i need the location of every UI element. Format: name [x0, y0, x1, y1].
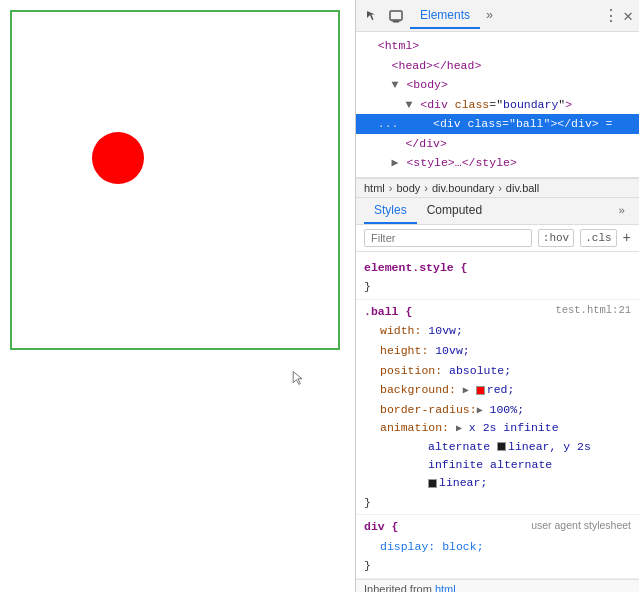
css-rule-div: div { user agent stylesheet display: blo… [356, 515, 639, 579]
breadcrumb: html › body › div.boundary › div.ball [356, 178, 639, 198]
tab-computed[interactable]: Computed [417, 198, 492, 224]
dom-line-ball[interactable]: ... <div class="ball"></div> = [356, 114, 639, 134]
css-prop-animation[interactable]: animation: ▶ x 2s infinite alternate lin… [364, 419, 631, 493]
color-swatch-linear2[interactable] [428, 479, 437, 488]
filter-input[interactable] [364, 229, 532, 247]
add-style-button[interactable]: + [623, 230, 631, 246]
breadcrumb-body[interactable]: body [396, 182, 420, 194]
devtools-toolbar: Elements » ⋮ ✕ [356, 0, 639, 32]
tab-styles[interactable]: Styles [364, 198, 417, 224]
breadcrumb-html[interactable]: html [364, 182, 385, 194]
color-swatch-linear1[interactable] [497, 442, 506, 451]
css-prop-display[interactable]: display: block; [364, 537, 631, 557]
preview-panel [0, 0, 355, 592]
css-prop-height[interactable]: height: 10vw; [364, 341, 631, 361]
dom-line-boundary[interactable]: ▼ <div class="boundary"> [356, 95, 639, 115]
css-selector-ball-line: .ball { test.html:21 [364, 302, 631, 322]
cursor-icon [290, 370, 306, 386]
inherited-from-html-link[interactable]: html [435, 583, 456, 592]
css-ball-close-brace: } [364, 493, 631, 513]
css-prop-border-radius[interactable]: border-radius:▶ 100%; [364, 400, 631, 420]
css-selector-element-style: element.style { [364, 258, 631, 278]
css-prop-position[interactable]: position: absolute; [364, 361, 631, 381]
css-prop-width[interactable]: width: 10vw; [364, 321, 631, 341]
more-style-tabs-icon[interactable]: » [612, 200, 631, 222]
device-icon[interactable] [386, 6, 406, 26]
dom-line-style[interactable]: ▶ <style>…</style> [356, 153, 639, 173]
breadcrumb-div-ball[interactable]: div.ball [506, 182, 539, 194]
css-close-brace-element-style: } [364, 277, 631, 297]
dom-line-div-close[interactable]: </div> [356, 134, 639, 154]
boundary-box [10, 10, 340, 350]
more-options-icon[interactable]: ⋮ [603, 6, 619, 26]
css-div-close-brace: } [364, 556, 631, 576]
css-rule-element-style: element.style { } [356, 256, 639, 300]
devtools-panel: Elements » ⋮ ✕ <html> <head></head> ▼ <b… [355, 0, 639, 592]
styles-computed-tabs: Styles Computed » [356, 198, 639, 225]
svg-rect-0 [390, 11, 402, 20]
filter-bar: :hov .cls + [356, 225, 639, 252]
breadcrumb-div-boundary[interactable]: div.boundary [432, 182, 494, 194]
ball [92, 132, 144, 184]
css-selector-div-line: div { user agent stylesheet [364, 517, 631, 537]
dom-line-body[interactable]: ▼ <body> [356, 75, 639, 95]
css-rule-ball: .ball { test.html:21 width: 10vw; height… [356, 300, 639, 515]
close-devtools-icon[interactable]: ✕ [623, 6, 633, 26]
cls-filter-button[interactable]: .cls [580, 229, 616, 247]
inspector-icon[interactable] [362, 6, 382, 26]
dom-line-html[interactable]: <html> [356, 36, 639, 56]
color-swatch-red[interactable] [476, 386, 485, 395]
tab-elements[interactable]: Elements [410, 3, 480, 29]
css-rules-panel: element.style { } .ball { test.html:21 w… [356, 252, 639, 592]
dom-line-head[interactable]: <head></head> [356, 56, 639, 76]
more-tabs-icon[interactable]: » [486, 9, 493, 23]
hov-filter-button[interactable]: :hov [538, 229, 574, 247]
dom-tree: <html> <head></head> ▼ <body> ▼ <div cla… [356, 32, 639, 178]
inherited-from-header: Inherited from html [356, 579, 639, 592]
css-prop-background[interactable]: background: ▶ red; [364, 380, 631, 400]
